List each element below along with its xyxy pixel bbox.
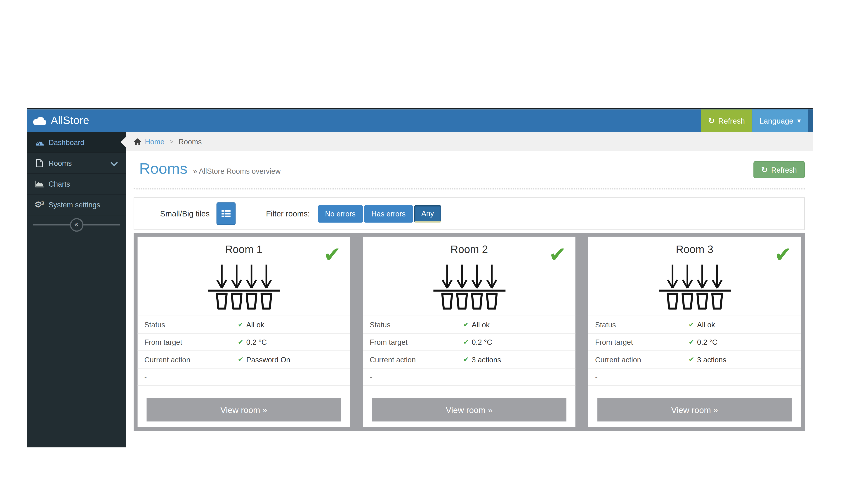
stat-value: 3 actions <box>472 355 501 364</box>
header-refresh-label: Refresh <box>718 117 745 125</box>
room-flow-icon <box>207 262 281 311</box>
check-icon: ✔ <box>688 321 694 328</box>
stat-label: Current action <box>145 355 238 364</box>
room-flow-icon <box>432 262 506 311</box>
breadcrumb-home-link[interactable]: Home <box>133 137 164 146</box>
view-room-button[interactable]: View room » <box>372 398 566 422</box>
stat-value: 0.2 °C <box>246 338 267 346</box>
breadcrumb: Home > Rooms <box>126 132 813 151</box>
brand-logo[interactable]: AllStore <box>27 109 126 132</box>
app-window: AllStore ↻ Refresh Language ▼ <box>27 108 813 447</box>
header-tail <box>808 109 813 132</box>
sidebar-collapse-button[interactable]: « <box>27 215 126 234</box>
room-stats: Status ✔All ok From target ✔0.2 °C Curre… <box>138 316 350 386</box>
stat-row: From target ✔0.2 °C <box>363 333 576 350</box>
tiles-container: Room 1 ✔ <box>133 233 805 431</box>
language-button[interactable]: Language ▼ <box>752 109 808 132</box>
stat-label: - <box>595 373 689 381</box>
dotted-divider <box>133 188 805 189</box>
check-icon: ✔ <box>688 356 694 363</box>
room-title: Room 3 <box>588 243 801 256</box>
dashboard-icon <box>34 138 45 146</box>
header-spacer <box>126 109 701 132</box>
room-stats: Status ✔All ok From target ✔0.2 °C Curre… <box>588 316 801 386</box>
room-title: Room 1 <box>138 243 350 256</box>
page-subtitle: » AllStore Rooms overview <box>193 167 281 175</box>
status-ok-check-icon: ✔ <box>549 242 566 267</box>
status-ok-check-icon: ✔ <box>774 242 792 267</box>
status-ok-check-icon: ✔ <box>323 242 341 267</box>
stat-value: All ok <box>246 320 264 329</box>
stat-value: 0.2 °C <box>472 338 492 346</box>
check-icon: ✔ <box>463 321 469 328</box>
room-card: Room 2 ✔ <box>363 237 576 427</box>
room-flow-icon <box>657 262 732 311</box>
cloud-icon <box>32 116 47 125</box>
area-chart-icon <box>34 180 45 187</box>
filter-button-has-errors[interactable]: Has errors <box>364 205 413 222</box>
tiles-toggle-button[interactable] <box>216 202 236 225</box>
check-icon: ✔ <box>463 356 469 363</box>
stat-row: From target ✔0.2 °C <box>138 333 350 350</box>
content-header: Rooms » AllStore Rooms overview ↻ Refres… <box>133 151 805 183</box>
sidebar: Dashboard Rooms <box>27 132 126 447</box>
stat-value: Password On <box>246 355 290 364</box>
check-icon: ✔ <box>238 321 243 328</box>
stat-row: Status ✔All ok <box>588 316 801 333</box>
stat-label: Status <box>595 320 689 329</box>
stat-row: From target ✔0.2 °C <box>588 333 801 350</box>
file-icon <box>34 159 45 167</box>
brand-name: AllStore <box>51 115 89 127</box>
tiles-label: Small/Big tiles <box>160 209 210 218</box>
breadcrumb-current: Rooms <box>179 137 202 146</box>
gears-icon: ⚙⚙ <box>34 200 45 209</box>
breadcrumb-separator: > <box>169 138 174 145</box>
stat-label: From target <box>595 338 689 346</box>
filter-button-any[interactable]: Any <box>414 205 441 222</box>
check-icon: ✔ <box>688 338 694 346</box>
view-room-button[interactable]: View room » <box>147 398 341 422</box>
content-refresh-label: Refresh <box>771 166 797 174</box>
language-label: Language <box>760 117 794 125</box>
content-refresh-button[interactable]: ↻ Refresh <box>753 161 805 178</box>
filter-rooms-label: Filter rooms: <box>266 209 310 218</box>
th-list-icon <box>221 210 230 218</box>
sidebar-item-label: Rooms <box>49 159 72 167</box>
stat-label: Status <box>145 320 238 329</box>
refresh-icon: ↻ <box>708 116 715 125</box>
sidebar-item-label: System settings <box>49 200 100 209</box>
room-card: Room 3 ✔ <box>588 237 801 427</box>
stat-value: All ok <box>697 320 715 329</box>
stat-row: Current action ✔3 actions <box>363 350 576 368</box>
header-refresh-button[interactable]: ↻ Refresh <box>701 109 752 132</box>
stat-value: 0.2 °C <box>697 338 717 346</box>
stat-label: Status <box>370 320 463 329</box>
check-icon: ✔ <box>463 338 469 346</box>
sidebar-item-label: Dashboard <box>49 138 85 146</box>
page-title: Rooms <box>139 160 187 177</box>
stat-label: - <box>370 373 463 381</box>
stat-row: Current action ✔3 actions <box>588 350 801 368</box>
sidebar-item-dashboard[interactable]: Dashboard <box>27 132 126 153</box>
stat-row: Status ✔All ok <box>138 316 350 333</box>
app-header: AllStore ↻ Refresh Language ▼ <box>27 109 813 132</box>
sidebar-item-charts[interactable]: Charts <box>27 174 126 195</box>
filter-button-group: No errors Has errors Any <box>317 205 441 222</box>
stat-row: - <box>363 368 576 386</box>
active-item-notch <box>121 137 126 147</box>
collapse-icon: « <box>70 218 83 232</box>
chevron-down-icon <box>111 159 118 166</box>
stat-label: - <box>145 373 238 381</box>
main-area: Home > Rooms Rooms » AllStore Rooms over… <box>126 132 813 447</box>
view-room-button[interactable]: View room » <box>597 398 792 422</box>
stat-row: Current action ✔Password On <box>138 350 350 368</box>
filter-bar: Small/Big tiles Filter rooms: No error <box>133 197 805 230</box>
sidebar-item-rooms[interactable]: Rooms <box>27 153 126 173</box>
stat-label: From target <box>145 338 238 346</box>
sidebar-item-system-settings[interactable]: ⚙⚙ System settings <box>27 195 126 215</box>
window-top-edge <box>27 108 813 109</box>
check-icon: ✔ <box>238 338 243 346</box>
filter-button-no-errors[interactable]: No errors <box>318 205 363 222</box>
room-title: Room 2 <box>363 243 576 256</box>
gear-small-icon: ⚙ <box>39 200 44 209</box>
